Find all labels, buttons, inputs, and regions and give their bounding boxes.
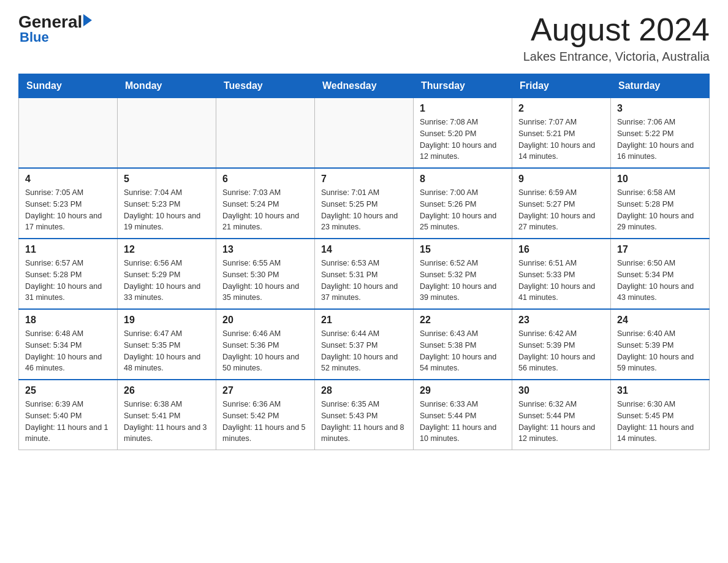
table-row: 16Sunrise: 6:51 AMSunset: 5:33 PMDayligh… (512, 239, 611, 309)
day-number: 20 (222, 315, 308, 326)
day-number: 14 (321, 244, 407, 255)
table-row (315, 98, 414, 169)
table-row: 17Sunrise: 6:50 AMSunset: 5:34 PMDayligh… (611, 239, 710, 309)
day-info: Sunrise: 7:04 AMSunset: 5:23 PMDaylight:… (124, 187, 210, 233)
table-row: 30Sunrise: 6:32 AMSunset: 5:44 PMDayligh… (512, 380, 611, 450)
day-info: Sunrise: 7:01 AMSunset: 5:25 PMDaylight:… (321, 187, 407, 233)
day-info: Sunrise: 6:57 AMSunset: 5:28 PMDaylight:… (25, 258, 111, 304)
day-number: 10 (617, 174, 703, 185)
col-sunday: Sunday (19, 74, 118, 98)
day-info: Sunrise: 7:00 AMSunset: 5:26 PMDaylight:… (420, 187, 506, 233)
day-number: 31 (617, 385, 703, 396)
day-number: 27 (222, 385, 308, 396)
day-number: 16 (518, 244, 604, 255)
day-number: 30 (518, 385, 604, 396)
table-row: 31Sunrise: 6:30 AMSunset: 5:45 PMDayligh… (611, 380, 710, 450)
calendar-table: Sunday Monday Tuesday Wednesday Thursday… (18, 74, 710, 450)
day-number: 4 (25, 174, 111, 185)
table-row: 4Sunrise: 7:05 AMSunset: 5:23 PMDaylight… (19, 168, 118, 239)
table-row: 27Sunrise: 6:36 AMSunset: 5:42 PMDayligh… (216, 380, 315, 450)
day-info: Sunrise: 6:56 AMSunset: 5:29 PMDaylight:… (124, 258, 210, 304)
location: Lakes Entrance, Victoria, Australia (523, 50, 710, 64)
table-row: 28Sunrise: 6:35 AMSunset: 5:43 PMDayligh… (315, 380, 414, 450)
col-tuesday: Tuesday (216, 74, 315, 98)
table-row (19, 98, 118, 169)
day-info: Sunrise: 6:43 AMSunset: 5:38 PMDaylight:… (420, 328, 506, 374)
table-row: 19Sunrise: 6:47 AMSunset: 5:35 PMDayligh… (118, 309, 216, 380)
calendar-week-row: 4Sunrise: 7:05 AMSunset: 5:23 PMDaylight… (19, 168, 710, 239)
table-row: 14Sunrise: 6:53 AMSunset: 5:31 PMDayligh… (315, 239, 414, 309)
table-row: 20Sunrise: 6:46 AMSunset: 5:36 PMDayligh… (216, 309, 315, 380)
calendar-week-row: 1Sunrise: 7:08 AMSunset: 5:20 PMDaylight… (19, 98, 710, 169)
day-info: Sunrise: 7:07 AMSunset: 5:21 PMDaylight:… (518, 117, 604, 163)
month-title: August 2024 (523, 12, 710, 47)
day-info: Sunrise: 6:58 AMSunset: 5:28 PMDaylight:… (617, 187, 703, 233)
col-monday: Monday (118, 74, 216, 98)
table-row: 3Sunrise: 7:06 AMSunset: 5:22 PMDaylight… (611, 98, 710, 169)
day-info: Sunrise: 6:46 AMSunset: 5:36 PMDaylight:… (222, 328, 308, 374)
day-number: 12 (124, 244, 210, 255)
day-number: 24 (617, 315, 703, 326)
day-number: 5 (124, 174, 210, 185)
day-number: 26 (124, 385, 210, 396)
calendar-week-row: 18Sunrise: 6:48 AMSunset: 5:34 PMDayligh… (19, 309, 710, 380)
table-row: 8Sunrise: 7:00 AMSunset: 5:26 PMDaylight… (414, 168, 512, 239)
day-info: Sunrise: 6:42 AMSunset: 5:39 PMDaylight:… (518, 328, 604, 374)
day-info: Sunrise: 6:30 AMSunset: 5:45 PMDaylight:… (617, 399, 703, 445)
table-row: 13Sunrise: 6:55 AMSunset: 5:30 PMDayligh… (216, 239, 315, 309)
day-info: Sunrise: 7:06 AMSunset: 5:22 PMDaylight:… (617, 117, 703, 163)
day-info: Sunrise: 7:05 AMSunset: 5:23 PMDaylight:… (25, 187, 111, 233)
day-info: Sunrise: 6:51 AMSunset: 5:33 PMDaylight:… (518, 258, 604, 304)
table-row: 11Sunrise: 6:57 AMSunset: 5:28 PMDayligh… (19, 239, 118, 309)
day-number: 15 (420, 244, 506, 255)
table-row: 9Sunrise: 6:59 AMSunset: 5:27 PMDaylight… (512, 168, 611, 239)
col-friday: Friday (512, 74, 611, 98)
day-info: Sunrise: 6:48 AMSunset: 5:34 PMDaylight:… (25, 328, 111, 374)
day-number: 21 (321, 315, 407, 326)
table-row: 25Sunrise: 6:39 AMSunset: 5:40 PMDayligh… (19, 380, 118, 450)
day-info: Sunrise: 6:53 AMSunset: 5:31 PMDaylight:… (321, 258, 407, 304)
day-info: Sunrise: 6:39 AMSunset: 5:40 PMDaylight:… (25, 399, 111, 445)
table-row: 29Sunrise: 6:33 AMSunset: 5:44 PMDayligh… (414, 380, 512, 450)
col-wednesday: Wednesday (315, 74, 414, 98)
calendar-week-row: 25Sunrise: 6:39 AMSunset: 5:40 PMDayligh… (19, 380, 710, 450)
day-number: 2 (518, 103, 604, 114)
day-number: 9 (518, 174, 604, 185)
col-thursday: Thursday (414, 74, 512, 98)
table-row (216, 98, 315, 169)
table-row: 21Sunrise: 6:44 AMSunset: 5:37 PMDayligh… (315, 309, 414, 380)
day-info: Sunrise: 6:36 AMSunset: 5:42 PMDaylight:… (222, 399, 308, 445)
day-info: Sunrise: 6:55 AMSunset: 5:30 PMDaylight:… (222, 258, 308, 304)
day-info: Sunrise: 6:33 AMSunset: 5:44 PMDaylight:… (420, 399, 506, 445)
table-row: 5Sunrise: 7:04 AMSunset: 5:23 PMDaylight… (118, 168, 216, 239)
table-row: 26Sunrise: 6:38 AMSunset: 5:41 PMDayligh… (118, 380, 216, 450)
day-number: 18 (25, 315, 111, 326)
day-info: Sunrise: 6:47 AMSunset: 5:35 PMDaylight:… (124, 328, 210, 374)
day-number: 17 (617, 244, 703, 255)
day-number: 29 (420, 385, 506, 396)
day-info: Sunrise: 6:35 AMSunset: 5:43 PMDaylight:… (321, 399, 407, 445)
day-info: Sunrise: 6:32 AMSunset: 5:44 PMDaylight:… (518, 399, 604, 445)
day-number: 8 (420, 174, 506, 185)
table-row: 15Sunrise: 6:52 AMSunset: 5:32 PMDayligh… (414, 239, 512, 309)
day-info: Sunrise: 7:08 AMSunset: 5:20 PMDaylight:… (420, 117, 506, 163)
day-number: 19 (124, 315, 210, 326)
day-number: 28 (321, 385, 407, 396)
table-row: 24Sunrise: 6:40 AMSunset: 5:39 PMDayligh… (611, 309, 710, 380)
day-info: Sunrise: 6:40 AMSunset: 5:39 PMDaylight:… (617, 328, 703, 374)
day-info: Sunrise: 7:03 AMSunset: 5:24 PMDaylight:… (222, 187, 308, 233)
page-header: General Blue August 2024 Lakes Entrance,… (18, 12, 710, 64)
day-number: 13 (222, 244, 308, 255)
table-row: 7Sunrise: 7:01 AMSunset: 5:25 PMDaylight… (315, 168, 414, 239)
table-row: 10Sunrise: 6:58 AMSunset: 5:28 PMDayligh… (611, 168, 710, 239)
day-number: 6 (222, 174, 308, 185)
day-info: Sunrise: 6:52 AMSunset: 5:32 PMDaylight:… (420, 258, 506, 304)
day-info: Sunrise: 6:59 AMSunset: 5:27 PMDaylight:… (518, 187, 604, 233)
day-number: 25 (25, 385, 111, 396)
col-saturday: Saturday (611, 74, 710, 98)
title-section: August 2024 Lakes Entrance, Victoria, Au… (523, 12, 710, 64)
logo-arrow-icon (83, 14, 92, 26)
day-info: Sunrise: 6:44 AMSunset: 5:37 PMDaylight:… (321, 328, 407, 374)
calendar-header-row: Sunday Monday Tuesday Wednesday Thursday… (19, 74, 710, 98)
logo: General Blue (18, 12, 92, 45)
